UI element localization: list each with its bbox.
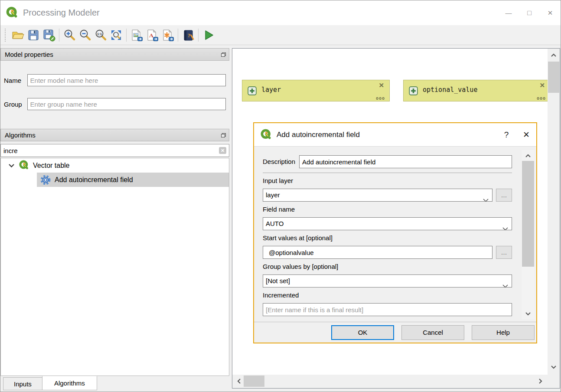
input-box-layer[interactable]: layer ✕ ooo [242, 80, 390, 101]
scrollbar-corner [548, 375, 560, 388]
svg-text:?: ? [188, 32, 191, 39]
algorithms-header: Algorithms [0, 129, 229, 141]
save-model-as-button[interactable] [41, 27, 57, 43]
maximize-button[interactable]: □ [519, 0, 540, 25]
model-group-row: Group [4, 98, 226, 110]
zoom-actual-size-button[interactable]: 1:1 [93, 27, 108, 43]
help-button[interactable]: ? [180, 27, 196, 43]
field-name-combobox[interactable]: AUTO [263, 217, 512, 230]
scroll-up-icon[interactable] [548, 49, 559, 61]
start-values-label: Start values at [optional] [263, 234, 512, 242]
help-dialog-button[interactable]: Help [472, 325, 535, 340]
link-dots-icon: ooo [537, 96, 546, 101]
qgis-logo-icon [260, 129, 272, 141]
help-button-label: Help [496, 329, 510, 336]
model-properties-header: Model properties [0, 48, 229, 61]
run-model-button[interactable] [201, 27, 216, 43]
save-model-button[interactable] [26, 27, 41, 43]
scroll-right-icon[interactable] [535, 376, 546, 387]
dialog-title-bar: Add autoincremental field ? ✕ [254, 123, 536, 147]
close-icon: ✕ [548, 9, 553, 17]
dialog-footer: OK Cancel Help [254, 322, 536, 343]
toolbar-separator [198, 29, 199, 42]
group-values-combobox[interactable]: [Not set] [263, 274, 512, 287]
scroll-down-icon[interactable] [548, 361, 559, 372]
zoom-out-button[interactable] [77, 27, 93, 43]
incremented-label: Incremented [263, 291, 512, 300]
field-name-row: AUTO [263, 217, 512, 230]
help-book-icon: ? [182, 29, 195, 42]
start-values-input[interactable] [263, 246, 493, 259]
model-group-input[interactable] [27, 98, 226, 110]
scroll-down-icon[interactable] [522, 308, 534, 319]
qgis-logo-icon [19, 160, 29, 171]
group-values-row: [Not set] [263, 274, 512, 287]
dialog-title: Add autoincremental field [277, 131, 360, 139]
title-bar: Processing Modeler — □ ✕ [0, 0, 561, 25]
start-values-browse-button[interactable]: … [496, 246, 512, 259]
tree-group-vector-table[interactable]: Vector table [1, 158, 229, 173]
input-layer-combobox[interactable]: layer [263, 189, 493, 202]
toolbar-drag-handle[interactable] [5, 29, 7, 42]
link-dots-icon: ooo [376, 96, 385, 101]
tab-algorithms-label: Algorithms [54, 379, 85, 387]
float-panel-icon[interactable] [221, 133, 226, 137]
remove-input-icon[interactable]: ✕ [378, 82, 384, 89]
plus-icon [409, 86, 418, 97]
tab-algorithms[interactable]: Algorithms [42, 376, 97, 390]
group-values-value: [Not set] [266, 277, 290, 284]
input-box-label: optional_value [423, 86, 477, 94]
clear-search-icon[interactable]: ✕ [219, 147, 226, 154]
vertical-scroll-thumb[interactable] [548, 62, 559, 93]
incremented-input[interactable] [263, 303, 512, 316]
canvas-horizontal-scrollbar[interactable] [232, 375, 548, 388]
dialog-body: Description Input layer layer … Field na… [254, 147, 536, 322]
ok-button[interactable]: OK [331, 325, 394, 340]
export-as-svg-button[interactable] [160, 27, 176, 43]
open-model-button[interactable] [10, 27, 26, 43]
window-title: Processing Modeler [23, 8, 100, 18]
tree-item-add-autoincremental-field[interactable]: Add autoincremental field [1, 173, 229, 187]
algorithm-tree: Vector table Add autoincremental field [0, 158, 229, 376]
model-name-input[interactable] [27, 74, 226, 86]
save-icon [27, 29, 40, 42]
remove-input-icon[interactable]: ✕ [539, 82, 545, 89]
tab-inputs[interactable]: Inputs [3, 377, 42, 390]
model-name-row: Name [4, 74, 226, 86]
description-input[interactable] [299, 155, 512, 168]
zoom-out-icon [78, 29, 91, 42]
horizontal-scroll-thumb[interactable] [244, 376, 264, 387]
close-icon: ✕ [523, 130, 530, 140]
dialog-scroll-thumb[interactable] [522, 161, 534, 267]
canvas-vertical-scrollbar[interactable] [548, 49, 560, 375]
input-box-label: layer [261, 86, 281, 94]
close-button[interactable]: ✕ [540, 0, 561, 25]
export-as-image-button[interactable] [129, 27, 144, 43]
input-layer-browse-button[interactable]: … [496, 189, 512, 202]
incremented-row [263, 303, 512, 316]
input-box-optional-value[interactable]: optional_value ✕ ooo [403, 80, 548, 101]
scroll-up-icon[interactable] [522, 150, 534, 161]
minimize-button[interactable]: — [498, 0, 519, 25]
zoom-full-button[interactable] [108, 27, 124, 43]
zoom-in-button[interactable] [62, 27, 77, 43]
toolbar: 1:1 [0, 25, 561, 45]
cancel-button[interactable]: Cancel [401, 325, 464, 340]
chevron-down-icon [483, 194, 489, 202]
dialog-help-button[interactable]: ? [496, 123, 516, 146]
float-panel-icon[interactable] [221, 52, 226, 57]
input-layer-row: layer … [263, 189, 512, 202]
scroll-left-icon[interactable] [233, 376, 245, 387]
field-name-label: Field name [263, 205, 512, 214]
processing-modeler-window: Processing Modeler — □ ✕ [0, 0, 561, 392]
dialog-close-button[interactable]: ✕ [516, 123, 536, 146]
export-pdf-icon: A [146, 29, 159, 42]
export-as-pdf-button[interactable]: A [144, 27, 160, 43]
chevron-down-icon[interactable] [8, 163, 15, 168]
browse-icon: … [501, 249, 507, 256]
algorithm-search-input[interactable] [0, 144, 229, 157]
description-row: Description [263, 155, 512, 168]
input-layer-label: Input layer [263, 176, 512, 185]
cancel-button-label: Cancel [423, 329, 443, 336]
dialog-scrollbar[interactable] [522, 150, 535, 319]
